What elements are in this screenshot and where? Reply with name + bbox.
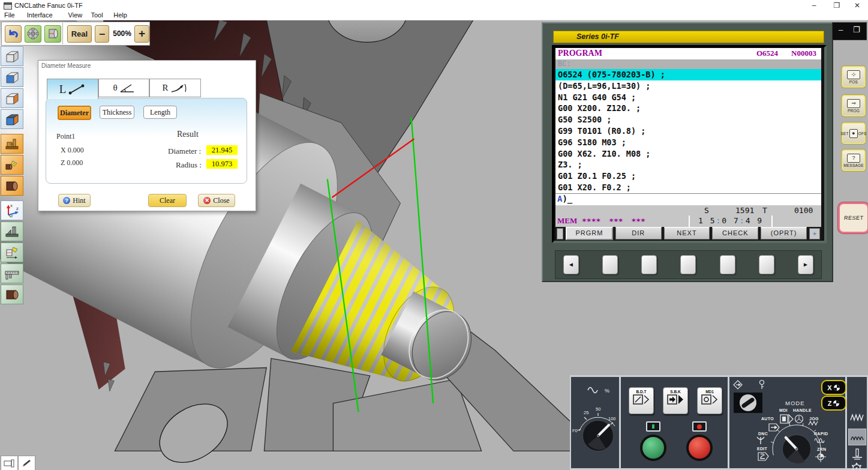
angle-measure-icon <box>119 83 135 94</box>
zoom-in-button[interactable]: + <box>134 25 149 43</box>
tab-angle-measure[interactable]: θ <box>98 79 149 97</box>
length-mode-button[interactable]: Length <box>143 106 177 119</box>
program-number: O6524 <box>756 49 778 58</box>
sidebar-view-front-button[interactable] <box>1 67 23 87</box>
cnc-maximize-button[interactable]: ❐ <box>853 25 860 34</box>
md1-key[interactable]: MD1 <box>697 387 722 414</box>
prog-icon: ⇒ <box>847 99 860 108</box>
softkey-leftmost[interactable] <box>557 228 563 240</box>
softkey-oprt[interactable]: (OPRT) <box>761 227 807 240</box>
sidebar-view-solid-button[interactable] <box>1 109 23 129</box>
coolant-button[interactable] <box>848 429 866 445</box>
mdi-input-line[interactable]: A)_ <box>555 194 821 205</box>
sidebar-stock-button[interactable] <box>1 285 23 304</box>
sidebar-axes-button[interactable]: XZY <box>1 200 23 220</box>
sidebar-view-side-button[interactable] <box>1 88 23 108</box>
workpiece-view-button[interactable] <box>44 25 61 43</box>
diameter-result-value: 21.945 <box>206 145 238 155</box>
feed-override-knob[interactable]: % F0 25 50 100 <box>571 377 619 468</box>
clear-button[interactable]: Clear <box>148 194 187 207</box>
svg-text:Y: Y <box>11 214 13 218</box>
softkey-dir[interactable]: DIR <box>615 227 662 240</box>
program-line[interactable]: (D=65,L=96,L1=30) ; <box>555 80 821 92</box>
program-line[interactable]: G01 X20. F0.2 ; <box>555 182 821 193</box>
cnc-controller-panel: Series 0i-TF PROGRAM O6524 N00003 BC: O6… <box>542 22 833 282</box>
pos-key[interactable]: ⊹ POS <box>842 66 866 88</box>
undo-button[interactable] <box>5 25 22 43</box>
softkey-prgrm[interactable]: PRGRM <box>566 227 613 240</box>
app-icon <box>4 2 12 10</box>
menu-help[interactable]: Help <box>113 11 127 19</box>
maximize-button[interactable]: ❐ <box>827 0 847 11</box>
blank-key[interactable] <box>720 255 735 274</box>
blank-key[interactable] <box>680 255 696 274</box>
pen-tool-button[interactable] <box>18 456 35 470</box>
program-line[interactable]: G99 T0101 (R0.8) ; <box>555 125 821 137</box>
sidebar-caliper-measure-button[interactable] <box>1 264 23 283</box>
sidebar-measure-point-button[interactable] <box>1 243 23 262</box>
program-listing[interactable]: O6524 (075-780203-B) ;(D=65,L=96,L1=30) … <box>555 69 821 194</box>
chuck-icon <box>27 28 39 40</box>
prog-key[interactable]: ⇒ PROG <box>842 95 866 116</box>
menu-file[interactable]: File <box>4 11 15 19</box>
workpiece-outline-button[interactable] <box>1 456 18 470</box>
svg-text:Z: Z <box>16 207 19 211</box>
message-key[interactable]: ? MESSAGE <box>842 149 866 171</box>
hint-button[interactable]: ? Hint <box>58 194 91 207</box>
real-scale-button[interactable]: Real <box>67 25 92 43</box>
dialog-close-button[interactable]: ✕ Close <box>198 194 235 207</box>
blank-key[interactable] <box>602 255 618 274</box>
sidebar-blank-workpiece-button[interactable] <box>1 176 23 196</box>
page-right-key[interactable]: ► <box>798 255 813 274</box>
sidebar-view-wireframe-button[interactable] <box>1 46 23 66</box>
tab-length-measure[interactable]: L <box>47 79 98 99</box>
machine-operator-panel: % F0 25 50 100 B.D.T <box>570 375 868 470</box>
minimize-button[interactable]: – <box>804 0 824 11</box>
menu-view[interactable]: View <box>68 11 83 19</box>
titlebar[interactable]: CNCLathe Fanuc 0i-TF – ❐ ✕ <box>0 0 868 11</box>
tab-radius-measure[interactable]: R <box>149 79 201 97</box>
gear-icon[interactable] <box>851 462 863 470</box>
feed-override-panel: % F0 25 50 100 <box>571 377 619 468</box>
zoom-out-button[interactable]: – <box>95 25 109 43</box>
block-delete-key[interactable]: B.D.T <box>629 387 654 414</box>
program-line[interactable]: O6524 (075-780203-B) ; <box>555 69 821 80</box>
close-button[interactable]: ✕ <box>847 0 867 11</box>
feed-hold-button[interactable] <box>686 435 713 461</box>
single-block-key[interactable]: S.B.K <box>663 387 688 414</box>
program-line[interactable]: G00 X200. Z120. ; <box>555 103 821 114</box>
mode-dial[interactable] <box>729 377 845 468</box>
program-line[interactable]: G50 S2500 ; <box>555 114 821 125</box>
sidebar-measure-machine-button[interactable] <box>1 221 23 241</box>
ofs-set-key[interactable]: SET ● OFS <box>842 122 866 144</box>
blank-key[interactable] <box>641 255 657 274</box>
tailstock-icon[interactable] <box>851 448 864 461</box>
program-line[interactable]: G00 X62. Z10. M08 ; <box>555 148 821 160</box>
toolbar-separator <box>62 23 63 44</box>
program-line[interactable]: G96 S180 M03 ; <box>555 137 821 148</box>
thickness-mode-button[interactable]: Thickness <box>100 106 134 119</box>
diameter-mode-button[interactable]: Diameter <box>58 106 91 120</box>
program-line[interactable]: G01 Z0.1 F0.25 ; <box>555 170 821 182</box>
program-line[interactable]: N1 G21 G40 G54 ; <box>555 92 821 103</box>
softkey-next[interactable]: NEXT <box>664 227 710 240</box>
dialog-title: Diameter Measure <box>41 62 91 69</box>
cycle-start-button[interactable] <box>640 435 666 461</box>
sidebar-machine-view-button[interactable] <box>1 134 23 154</box>
softkey-check[interactable]: CHECK <box>712 227 758 240</box>
view-sidebar: XZY <box>1 46 23 306</box>
reset-key[interactable]: RESET <box>838 202 868 233</box>
menu-interface[interactable]: Interface <box>27 11 53 19</box>
softkey-row: PRGRMDIRNEXTCHECK(OPRT) + <box>555 227 821 240</box>
page-left-key[interactable]: ◄ <box>563 255 579 274</box>
program-line[interactable]: Z3. ; <box>555 159 821 170</box>
softkey-next-page[interactable]: + <box>809 228 820 240</box>
menu-tool[interactable]: Tool <box>91 11 103 19</box>
bottom-left-tools <box>1 456 35 470</box>
chuck-view-button[interactable] <box>25 25 41 43</box>
blank-key[interactable] <box>759 255 774 274</box>
cnc-minimize-button[interactable]: – <box>839 25 843 34</box>
sidebar-tool-workpiece-button[interactable] <box>1 155 23 175</box>
svg-text:X: X <box>10 204 13 208</box>
diameter-measure-dialog[interactable]: Diameter Measure L θ R <box>38 60 256 211</box>
